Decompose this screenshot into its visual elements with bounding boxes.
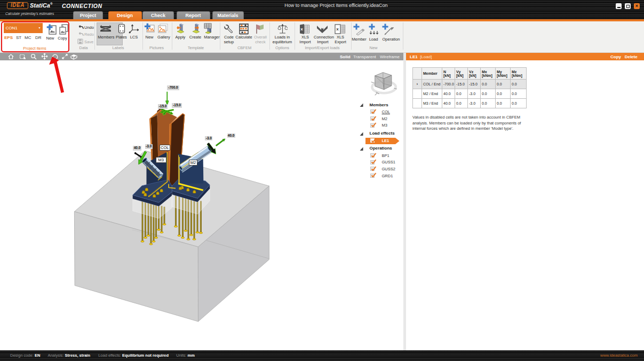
- svg-text:x: x: [336, 27, 339, 32]
- svg-text:x: x: [300, 27, 303, 32]
